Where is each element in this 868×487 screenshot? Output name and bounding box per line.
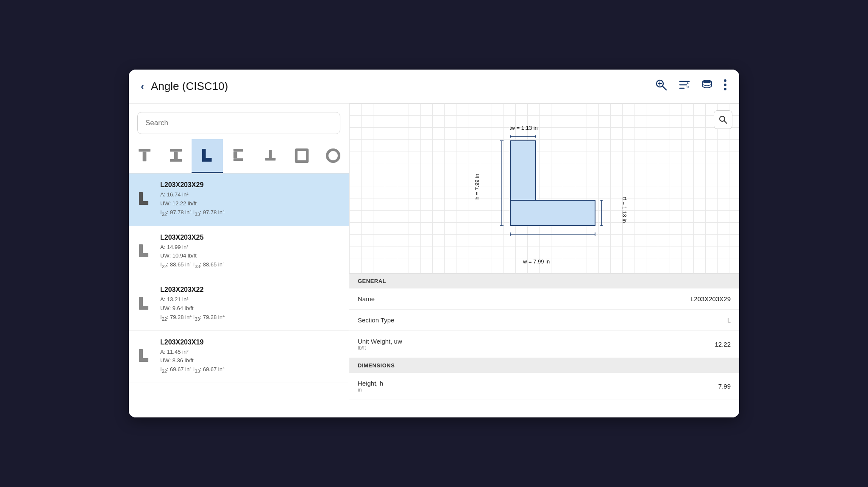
svg-rect-34 <box>139 358 148 362</box>
item-info: L203X203X19 A: 11.45 in² UW: 8.36 lb/ft … <box>160 339 340 375</box>
svg-line-50 <box>724 121 727 124</box>
prop-value-name: L203X203X29 <box>690 295 731 302</box>
tab-C-shape[interactable] <box>223 139 254 173</box>
tw-label: tw = 1.13 in <box>509 125 538 131</box>
properties-panel: GENERAL Name L203X203X29 Section Type L <box>349 273 739 417</box>
tab-I-shape[interactable] <box>160 139 192 173</box>
item-name: L203X203X29 <box>160 181 340 189</box>
tab-L-shape[interactable] <box>192 139 223 173</box>
svg-point-9 <box>702 80 712 83</box>
svg-rect-36 <box>510 200 595 226</box>
tab-O-shape[interactable] <box>317 139 349 173</box>
svg-rect-20 <box>234 149 243 151</box>
section-shape-icon <box>137 295 153 313</box>
svg-rect-30 <box>139 253 148 257</box>
tab-T2-shape[interactable] <box>255 139 286 173</box>
svg-line-1 <box>662 86 666 90</box>
section-drawing <box>485 132 620 251</box>
svg-point-10 <box>724 79 726 82</box>
w-label: w = 7.99 in <box>523 258 550 265</box>
prop-value-unit-weight: 12.22 <box>715 341 731 348</box>
h-label: h = 7.99 in <box>474 174 480 200</box>
svg-rect-25 <box>296 150 307 162</box>
svg-text:1: 1 <box>687 81 689 85</box>
section-shape-icon <box>137 243 153 261</box>
item-detail: A: 16.74 in² UW: 12.22 lb/ft I22: 97.78 … <box>160 190 340 218</box>
header: ‹ Angle (CISC10) 1 9 <box>129 70 739 104</box>
search-container <box>129 104 349 139</box>
svg-point-26 <box>327 150 339 162</box>
svg-rect-32 <box>139 306 148 310</box>
svg-point-11 <box>724 84 726 86</box>
prop-value-height: 7.99 <box>718 383 731 390</box>
search-input[interactable] <box>137 112 340 134</box>
drawing-search-icon[interactable] <box>714 110 732 129</box>
right-panel: tw = 1.13 in h = 7.99 in w = 7.99 in tf … <box>349 104 739 417</box>
list-item[interactable]: L203X203X29 A: 16.74 in² UW: 12.22 lb/ft… <box>129 174 349 226</box>
general-section-header: GENERAL <box>349 274 739 288</box>
prop-label-section-type: Section Type <box>358 316 394 324</box>
svg-rect-15 <box>170 149 182 151</box>
tab-T-shape[interactable] <box>129 139 160 173</box>
database-icon[interactable] <box>701 78 713 95</box>
item-name: L203X203X25 <box>160 234 340 241</box>
dimensions-section-header: DIMENSIONS <box>349 358 739 373</box>
back-button[interactable]: ‹ <box>141 81 144 92</box>
item-detail: A: 13.21 in² UW: 9.64 lb/ft I22: 79.28 i… <box>160 295 340 323</box>
header-actions: 1 9 <box>654 78 727 95</box>
drawing-area: tw = 1.13 in h = 7.99 in w = 7.99 in tf … <box>349 104 739 273</box>
svg-rect-14 <box>143 151 147 161</box>
item-name: L203X203X22 <box>160 286 340 294</box>
prop-row-name: Name L203X203X29 <box>349 288 739 310</box>
sort-icon[interactable]: 1 9 <box>678 78 691 95</box>
tab-box-shape[interactable] <box>286 139 317 173</box>
svg-rect-24 <box>265 158 275 160</box>
item-detail: A: 14.99 in² UW: 10.94 lb/ft I22: 88.65 … <box>160 243 340 271</box>
prop-row-section-type: Section Type L <box>349 310 739 331</box>
item-info: L203X203X25 A: 14.99 in² UW: 10.94 lb/ft… <box>160 234 340 271</box>
prop-row-height: Height, h in 7.99 <box>349 373 739 400</box>
prop-label-height: Height, h in <box>358 380 383 393</box>
app-container: ‹ Angle (CISC10) 1 9 <box>129 70 739 417</box>
svg-rect-16 <box>174 151 178 159</box>
item-info: L203X203X22 A: 13.21 in² UW: 9.64 lb/ft … <box>160 286 340 323</box>
more-options-icon[interactable] <box>723 78 727 95</box>
item-info: L203X203X29 A: 16.74 in² UW: 12.22 lb/ft… <box>160 181 340 218</box>
svg-rect-13 <box>139 149 150 151</box>
list-item[interactable]: L203X203X19 A: 11.45 in² UW: 8.36 lb/ft … <box>129 331 349 383</box>
page-title: Angle (CISC10) <box>151 80 228 93</box>
section-shape-icon <box>137 347 153 366</box>
prop-row-unit-weight: Unit Weight, uw lb/ft 12.22 <box>349 331 739 358</box>
header-left: ‹ Angle (CISC10) <box>141 80 228 93</box>
svg-text:9: 9 <box>687 85 689 89</box>
tf-label: tf = 1.13 in <box>621 197 627 223</box>
svg-rect-17 <box>170 159 182 161</box>
svg-point-12 <box>724 88 726 90</box>
item-detail: A: 11.45 in² UW: 8.36 lb/ft I22: 69.67 i… <box>160 348 340 375</box>
svg-rect-22 <box>234 158 243 161</box>
prop-value-section-type: L <box>727 316 731 324</box>
svg-rect-28 <box>139 201 148 205</box>
prop-label-unit-weight: Unit Weight, uw lb/ft <box>358 338 402 351</box>
prop-label-name: Name <box>358 295 375 302</box>
section-shape-icon <box>137 190 153 209</box>
svg-rect-19 <box>202 158 212 162</box>
svg-rect-21 <box>234 151 237 158</box>
section-list[interactable]: L203X203X29 A: 16.74 in² UW: 12.22 lb/ft… <box>129 174 349 417</box>
search-zoom-icon[interactable] <box>654 78 668 95</box>
main-content: L203X203X29 A: 16.74 in² UW: 12.22 lb/ft… <box>129 104 739 417</box>
list-item[interactable]: L203X203X22 A: 13.21 in² UW: 9.64 lb/ft … <box>129 278 349 331</box>
item-name: L203X203X19 <box>160 339 340 346</box>
shape-tabs <box>129 139 349 174</box>
list-item[interactable]: L203X203X25 A: 14.99 in² UW: 10.94 lb/ft… <box>129 226 349 279</box>
left-panel: L203X203X29 A: 16.74 in² UW: 12.22 lb/ft… <box>129 104 349 417</box>
